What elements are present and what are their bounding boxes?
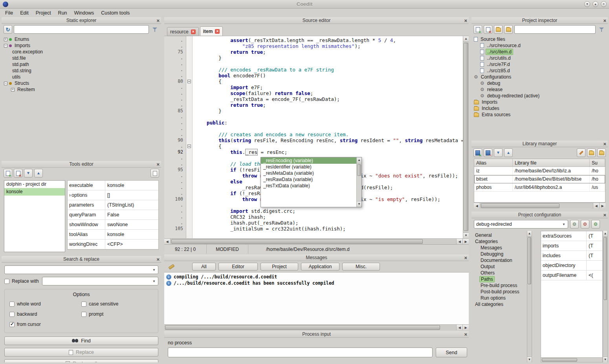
close-icon[interactable]: × [603, 212, 606, 218]
library-row-phobos[interactable]: phobos/usr/lib64/libphobos2.a/us [474, 183, 605, 192]
scroll-right-icon[interactable]: ▶ [462, 325, 469, 330]
project-inspector-item-imports[interactable]: Imports [472, 99, 608, 105]
close-icon[interactable]: × [464, 17, 467, 24]
message-row[interactable]: i/.../build/resource.d.coedit has been s… [166, 280, 467, 286]
remove-configuration-button[interactable]: ⚙ [581, 220, 589, 229]
config-category-item-others[interactable]: Others [472, 270, 527, 276]
remove-tool-button[interactable] [14, 169, 22, 177]
code-line[interactable] [195, 126, 463, 132]
add-source-button[interactable] [473, 25, 482, 34]
tool-property-row-toolalias[interactable]: toolAliaskonsole [68, 230, 158, 240]
scroll-up-icon[interactable]: ▲ [463, 36, 469, 42]
code-line[interactable]: import e7F; [195, 84, 463, 90]
editor-tab-item[interactable]: item× [200, 26, 223, 36]
code-line[interactable]: { [195, 79, 463, 84]
option-checkbox-backward[interactable]: backward [9, 311, 81, 317]
static-explorer-item-std-file[interactable]: std.file [2, 55, 161, 61]
editor-tab-resource[interactable]: resource× [167, 27, 199, 36]
config-category-item-debugging[interactable]: Debugging [472, 251, 527, 257]
run-tool-button[interactable] [150, 169, 159, 177]
code-line[interactable]: } [195, 108, 463, 114]
edit-library-button[interactable] [577, 148, 585, 157]
tab-close-icon[interactable]: × [215, 29, 220, 34]
project-inspector-item-src-utils-d[interactable]: ../src/utils.d [472, 55, 608, 61]
code-line[interactable] [195, 61, 463, 67]
scroll-left-icon[interactable]: ◀ [593, 203, 599, 209]
filter-button[interactable] [597, 25, 606, 34]
option-checkbox-whole-word[interactable]: whole word [9, 301, 81, 307]
close-icon[interactable]: × [156, 256, 160, 263]
scroll-down-icon[interactable]: ▼ [603, 357, 607, 362]
code-line[interactable]: assert(_resTxtData.length == _resRawData… [195, 37, 463, 43]
library-from-file-button[interactable] [587, 148, 596, 157]
static-explorer-item-enums[interactable]: +Enums [2, 36, 161, 42]
move-tool-down-button[interactable]: ▼ [24, 169, 33, 177]
code-line[interactable]: } [195, 55, 463, 61]
sync-configurations-button[interactable]: ⚙ [570, 220, 579, 229]
code-line[interactable]: CRC32 ihash; [195, 214, 463, 220]
config-property-row-includes[interactable]: includes(T [541, 251, 602, 261]
library-from-project-button[interactable] [597, 148, 606, 157]
scroll-down-icon[interactable]: ▼ [527, 357, 532, 362]
move-library-down-button[interactable]: ▼ [494, 148, 503, 157]
tool-item-dolphin-project-dir[interactable]: dolphin - project dir [4, 181, 65, 188]
code-line[interactable]: this._res = resEnc; [195, 149, 463, 155]
replace-all-button[interactable]: Replace all [4, 359, 158, 362]
property-value[interactable] [587, 261, 602, 270]
project-inspector-item-src-resource-d[interactable]: ../src/resource.d [472, 42, 608, 49]
code-line[interactable]: return true; [195, 49, 463, 55]
completion-scrollbar[interactable]: ▲ ▼ [356, 157, 361, 207]
property-value[interactable]: (TStringList) [105, 200, 158, 210]
config-category-item-all-categories[interactable]: All categories [472, 301, 527, 307]
completion-item-resmetadata-variable[interactable]: _resMetaData (variable) [261, 170, 356, 176]
close-icon[interactable]: × [156, 17, 160, 24]
code-line[interactable]: import std.digest.crc; [195, 208, 463, 214]
remove-source-button[interactable] [484, 25, 492, 34]
scroll-left-icon[interactable]: ◀ [474, 203, 480, 209]
remove-library-button[interactable] [484, 148, 492, 157]
code-line[interactable]: /// creates and encodes a new resource i… [195, 132, 463, 137]
code-line[interactable]: "z85 representation length mismatches"); [195, 43, 463, 49]
configuration-select[interactable]: debug-redirected ▼ [474, 220, 568, 229]
replace-term-combo[interactable]: ▼ [42, 277, 158, 285]
close-icon[interactable]: × [603, 17, 606, 24]
static-explorer-item-resitem[interactable]: +ResItem [2, 86, 161, 93]
property-value[interactable]: (T [587, 251, 602, 260]
scroll-right-icon[interactable]: ▶ [599, 203, 605, 209]
config-category-item-documentation[interactable]: Documentation [472, 257, 527, 263]
property-value[interactable]: konsole [105, 230, 158, 239]
library-horizontal-scrollbar[interactable]: ◀ ◀ ▶ [474, 203, 605, 209]
move-tool-up-button[interactable]: ▲ [34, 169, 43, 177]
library-column-alias[interactable]: Alias [474, 159, 513, 166]
static-explorer-item-std-path[interactable]: std.path [2, 61, 161, 68]
config-property-row-outputfilename[interactable]: outputFilename<( [541, 271, 602, 280]
static-explorer-item-std-string[interactable]: std.string [2, 68, 161, 74]
config-category-item-pre-build-process[interactable]: Pre-build process [472, 282, 527, 289]
static-explorer-item-imports[interactable]: −Imports [2, 42, 161, 49]
config-property-row-objectdirectory[interactable]: objectDirectory [541, 261, 602, 271]
code-line[interactable] [195, 114, 463, 120]
property-value[interactable]: konsole [105, 181, 158, 190]
property-value[interactable]: (T [587, 241, 602, 251]
menu-item-file[interactable]: File [2, 9, 17, 16]
add-tool-button[interactable] [4, 169, 12, 177]
fold-collapse-icon[interactable] [187, 80, 191, 83]
project-inspector-item-debug[interactable]: ⚙debug [472, 80, 608, 86]
config-category-item-general[interactable]: General [472, 232, 527, 238]
code-line[interactable]: { [195, 143, 463, 149]
property-value[interactable]: [] [105, 190, 158, 200]
property-value[interactable]: False [105, 210, 158, 219]
collapse-icon[interactable]: − [4, 44, 7, 48]
tool-property-row-queryparam[interactable]: queryParamFalse [68, 210, 158, 220]
config-property-row-imports[interactable]: imports(T [541, 241, 602, 251]
add-library-button[interactable] [473, 148, 482, 157]
expand-icon[interactable]: › [69, 192, 71, 198]
project-inspector-item-src-item-d[interactable]: ../src/item.d [472, 49, 608, 55]
open-folder-button[interactable] [504, 25, 513, 34]
messages-filter-editor[interactable]: Editor [218, 263, 258, 271]
scroll-left-icon[interactable]: ◀ [164, 239, 171, 244]
replace-button[interactable]: Replace [4, 348, 158, 357]
find-button[interactable]: Find [4, 337, 158, 345]
messages-filter-all[interactable]: All [192, 263, 216, 271]
categories-scrollbar[interactable]: ▲ ▼ [527, 231, 532, 362]
